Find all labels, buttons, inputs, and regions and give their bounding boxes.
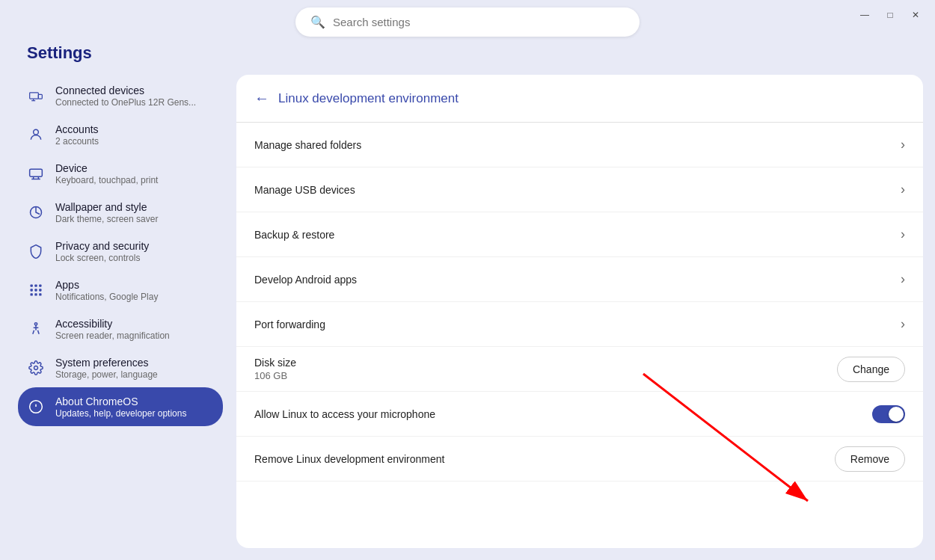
- svg-point-24: [34, 366, 38, 370]
- svg-point-19: [34, 323, 37, 325]
- svg-rect-1: [38, 94, 42, 99]
- connected-devices-label: Connected devices: [55, 84, 196, 96]
- wallpaper-sublabel: Dark theme, screen saver: [55, 214, 158, 224]
- apps-icon: [27, 281, 45, 299]
- search-icon: 🔍: [310, 15, 325, 29]
- backup-label: Backup & restore: [254, 229, 334, 241]
- accounts-label: Accounts: [55, 123, 99, 135]
- minimize-button[interactable]: —: [853, 6, 877, 24]
- remove-remove-button[interactable]: Remove: [835, 446, 905, 472]
- settings-item-usb-devices[interactable]: Manage USB devices›: [236, 167, 923, 212]
- svg-rect-17: [34, 293, 37, 295]
- panel-title: Linux development environment: [278, 91, 459, 106]
- privacy-sublabel: Lock screen, controls: [55, 253, 149, 263]
- svg-rect-15: [39, 289, 41, 291]
- shared-folders-chevron-icon: ›: [901, 137, 905, 153]
- maximize-button[interactable]: □: [878, 6, 902, 24]
- about-sublabel: Updates, help, developer options: [55, 408, 186, 419]
- sidebar-item-connected-devices[interactable]: Connected devicesConnected to OnePlus 12…: [18, 76, 223, 115]
- connected-devices-sublabel: Connected to OnePlus 12R Gens...: [55, 97, 196, 108]
- settings-item-port-forwarding[interactable]: Port forwarding›: [236, 302, 923, 347]
- panel-header: ← Linux development environment: [236, 90, 923, 123]
- usb-devices-chevron-icon: ›: [901, 182, 905, 197]
- sidebar-item-about[interactable]: About ChromeOSUpdates, help, developer o…: [18, 387, 223, 426]
- svg-rect-13: [31, 289, 33, 291]
- svg-rect-0: [30, 93, 39, 99]
- system-label: System preferences: [55, 357, 158, 369]
- sidebar-item-device[interactable]: DeviceKeyboard, touchpad, print: [18, 154, 223, 193]
- window-controls: — □ ✕: [853, 6, 928, 24]
- accounts-icon: [27, 126, 45, 144]
- sidebar: Settings Connected devicesConnected to O…: [12, 30, 229, 548]
- apps-sublabel: Notifications, Google Play: [55, 292, 158, 302]
- accounts-sublabel: 2 accounts: [55, 136, 99, 147]
- about-label: About ChromeOS: [55, 396, 186, 407]
- system-icon: [27, 359, 45, 377]
- settings-list: Manage shared folders›Manage USB devices…: [236, 123, 923, 481]
- system-sublabel: Storage, power, language: [55, 369, 158, 380]
- search-area: 🔍: [295, 7, 640, 37]
- settings-item-remove: Remove Linux development environmentRemo…: [236, 437, 923, 481]
- microphone-toggle-thumb: [889, 407, 904, 422]
- svg-rect-14: [34, 289, 37, 291]
- remove-label: Remove Linux development environment: [254, 453, 444, 465]
- close-button[interactable]: ✕: [904, 6, 928, 24]
- svg-point-4: [34, 129, 39, 135]
- sidebar-item-accounts[interactable]: Accounts2 accounts: [18, 115, 223, 154]
- search-box: 🔍: [295, 7, 640, 37]
- usb-devices-label: Manage USB devices: [254, 184, 355, 196]
- sidebar-item-system[interactable]: System preferencesStorage, power, langua…: [18, 348, 223, 387]
- search-input[interactable]: [333, 16, 625, 28]
- svg-rect-18: [39, 293, 41, 295]
- android-apps-chevron-icon: ›: [901, 271, 905, 287]
- svg-rect-5: [30, 169, 43, 176]
- main-panel: ← Linux development environment Manage s…: [236, 75, 923, 548]
- privacy-label: Privacy and security: [55, 240, 149, 252]
- microphone-label: Allow Linux to access your microphone: [254, 408, 435, 420]
- sidebar-item-wallpaper[interactable]: Wallpaper and styleDark theme, screen sa…: [18, 193, 223, 232]
- connected-devices-icon: [27, 87, 45, 105]
- android-apps-label: Develop Android apps: [254, 274, 357, 286]
- settings-item-microphone: Allow Linux to access your microphone: [236, 392, 923, 437]
- settings-item-android-apps[interactable]: Develop Android apps›: [236, 257, 923, 302]
- disk-size-sublabel: 106 GB: [254, 370, 296, 381]
- accessibility-sublabel: Screen reader, magnification: [55, 330, 170, 341]
- settings-item-disk-size: Disk size106 GBChange: [236, 347, 923, 392]
- privacy-icon: [27, 242, 45, 260]
- disk-size-change-button[interactable]: Change: [837, 357, 905, 382]
- svg-rect-10: [31, 285, 33, 287]
- accessibility-icon: [27, 320, 45, 338]
- device-sublabel: Keyboard, touchpad, print: [55, 175, 158, 185]
- accessibility-label: Accessibility: [55, 318, 170, 330]
- device-label: Device: [55, 162, 158, 174]
- sidebar-item-apps[interactable]: AppsNotifications, Google Play: [18, 271, 223, 310]
- disk-size-label: Disk size: [254, 357, 296, 369]
- sidebar-item-accessibility[interactable]: AccessibilityScreen reader, magnificatio…: [18, 310, 223, 348]
- about-icon: [27, 398, 45, 416]
- sidebar-item-privacy[interactable]: Privacy and securityLock screen, control…: [18, 232, 223, 271]
- apps-label: Apps: [55, 279, 158, 291]
- wallpaper-label: Wallpaper and style: [55, 201, 158, 213]
- nav-list: Connected devicesConnected to OnePlus 12…: [18, 76, 223, 426]
- svg-line-23: [38, 330, 40, 334]
- settings-item-backup[interactable]: Backup & restore›: [236, 212, 923, 257]
- svg-rect-11: [34, 285, 37, 287]
- settings-item-shared-folders[interactable]: Manage shared folders›: [236, 123, 923, 167]
- content-area: Settings Connected devicesConnected to O…: [0, 30, 935, 560]
- svg-rect-16: [31, 293, 33, 295]
- svg-rect-12: [39, 285, 41, 287]
- port-forwarding-label: Port forwarding: [254, 319, 325, 330]
- back-button[interactable]: ←: [254, 90, 269, 107]
- wallpaper-icon: [27, 203, 45, 221]
- backup-chevron-icon: ›: [901, 227, 905, 242]
- shared-folders-label: Manage shared folders: [254, 139, 361, 151]
- port-forwarding-chevron-icon: ›: [901, 316, 905, 332]
- settings-title: Settings: [18, 37, 223, 75]
- device-icon: [27, 164, 45, 182]
- svg-line-22: [33, 330, 34, 334]
- microphone-toggle[interactable]: [872, 405, 905, 423]
